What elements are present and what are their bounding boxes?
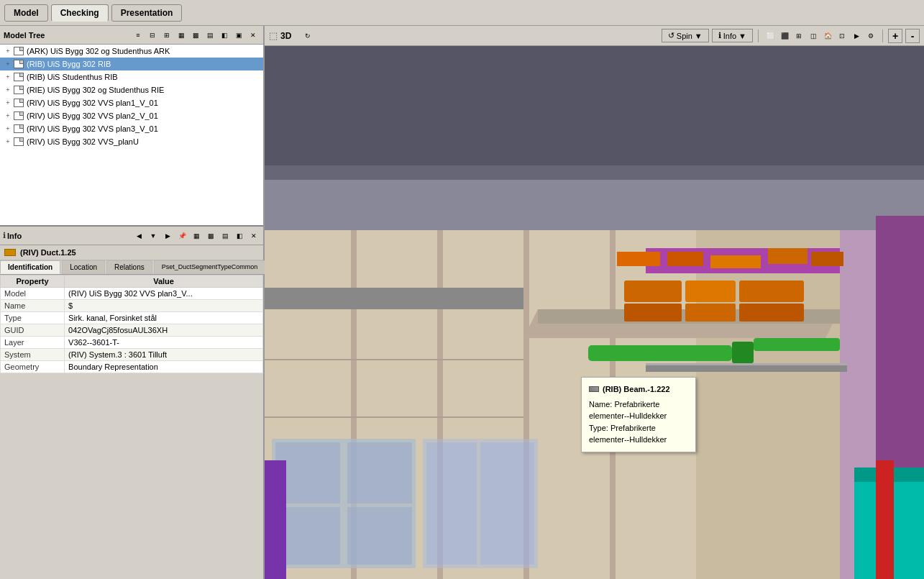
info-icon-grid1[interactable]: ▦ (190, 229, 203, 242)
view-icon-nav3[interactable]: ▶ (850, 29, 863, 42)
info-icon-pin[interactable]: 📌 (175, 229, 188, 242)
info-tabs: Identification Location Relations Pset_D… (0, 260, 263, 275)
properties-container: Property Value Model (RIV) UiS Bygg 302 … (0, 275, 263, 579)
tooltip-popup: (RIB) Beam.-1.222 Name: Prefabrikerte el… (581, 377, 696, 452)
tree-expand-icon[interactable]: + (3, 98, 13, 108)
svg-rect-23 (480, 442, 534, 565)
prop-value: V362--3601-T- (65, 337, 263, 349)
prop-value: $ (65, 300, 263, 312)
info-nav-down[interactable]: ▼ (147, 229, 160, 242)
prop-value: (RIV) System.3 : 3601 Tilluft (65, 349, 263, 361)
tree-expand-icon[interactable]: + (3, 137, 13, 147)
tab-checking[interactable]: Checking (51, 4, 109, 22)
view-icon-nav2[interactable]: ⊡ (836, 29, 848, 42)
prop-name: GUID (1, 324, 65, 337)
main-layout: Model Tree ≡ ⊟ ⊞ ▦ ▩ ▤ ◧ ▣ ✕ + (ARK (0, 26, 924, 579)
view-toolbar-icons: ⬜ ⬛ ⊞ ◫ 🏠 ⊡ ▶ ⚙ (764, 29, 877, 42)
tree-expand-icon[interactable]: + (3, 124, 13, 134)
tree-item-8[interactable]: + (RIV) UiS Bygg 302 VVS_planU (0, 135, 263, 148)
spin-button[interactable]: ↺ Spin ▼ (662, 29, 709, 42)
tree-expand-icon[interactable]: + (3, 46, 13, 56)
tab-pset[interactable]: Pset_DuctSegmentTypeCommon (154, 260, 266, 274)
svg-rect-28 (739, 281, 804, 302)
zoom-out-button[interactable]: - (905, 29, 920, 43)
table-row: Type Sirk. kanal, Forsinket stål (1, 312, 263, 324)
svg-rect-45 (876, 460, 894, 579)
tree-item-1[interactable]: + (ARK) UiS Bygg 302 og Studenthus ARK (0, 45, 263, 58)
info-icon-grid2[interactable]: ▩ (204, 229, 217, 242)
tree-expand-icon[interactable]: + (3, 85, 13, 95)
tree-expand-icon[interactable]: + (3, 72, 13, 82)
col-value: Value (65, 275, 263, 288)
tooltip-type-label: Type: (589, 424, 608, 432)
prop-value: (RIV) UiS Bygg 302 VVS plan3_V... (65, 288, 263, 300)
info-icon-resize[interactable]: ◧ (233, 229, 246, 242)
tree-doc-icon (13, 98, 24, 108)
tab-model[interactable]: Model (4, 4, 48, 22)
tree-icon-view4[interactable]: ◧ (218, 29, 231, 42)
tree-icon-close[interactable]: ✕ (247, 29, 260, 42)
tab-identification[interactable]: Identification (0, 260, 60, 274)
tree-item-6[interactable]: + (RIV) UiS Bygg 302 VVS plan2_V_01 (0, 109, 263, 122)
info-nav-back[interactable]: ◀ (132, 229, 145, 242)
tree-item-label: (RIE) UiS Bygg 302 og Studenthus RIE (27, 86, 164, 94)
info-dropdown-icon: ▼ (738, 32, 746, 40)
tree-expand-icon[interactable]: + (3, 111, 13, 121)
info-icon: ℹ (718, 31, 721, 40)
view-icon-box[interactable]: ⬜ (764, 29, 777, 42)
tree-item-4[interactable]: + (RIE) UiS Bygg 302 og Studenthus RIE (0, 83, 263, 96)
svg-rect-18 (347, 442, 412, 503)
beam-icon (589, 386, 599, 392)
tab-presentation[interactable]: Presentation (111, 4, 183, 22)
tree-icon-collapse[interactable]: ⊟ (146, 29, 159, 42)
prop-value: Sirk. kanal, Forsinket stål (65, 312, 263, 324)
view-icon-nav1[interactable]: 🏠 (821, 29, 834, 42)
model-tree-content[interactable]: + (ARK) UiS Bygg 302 og Studenthus ARK +… (0, 45, 263, 225)
tree-item-5[interactable]: + (RIV) UiS Bygg 302 VVS plan1_V_01 (0, 96, 263, 109)
prop-value: Boundary Representation (65, 361, 263, 373)
svg-rect-38 (732, 342, 754, 363)
tree-item-3[interactable]: + (RIB) UiS Studenthus RIB (0, 70, 263, 83)
view-icon-refresh[interactable]: ↻ (301, 29, 314, 42)
info-icon-close[interactable]: ✕ (247, 229, 260, 242)
svg-marker-42 (265, 288, 523, 309)
info-nav-forward[interactable]: ▶ (161, 229, 174, 242)
tree-icon-view1[interactable]: ▦ (175, 29, 188, 42)
view-icon-settings[interactable]: ⚙ (864, 29, 877, 42)
view-icon-layer[interactable]: ⊞ (792, 29, 805, 42)
info-icon-grid3[interactable]: ▤ (219, 229, 232, 242)
view-icon-toggle[interactable]: ◫ (807, 29, 820, 42)
info-button[interactable]: ℹ Info ▼ (712, 29, 753, 42)
table-row: Name $ (1, 300, 263, 312)
table-row: Geometry Boundary Representation (1, 361, 263, 373)
table-row: System (RIV) System.3 : 3601 Tilluft (1, 349, 263, 361)
viewport-3d[interactable]: (RIB) Beam.-1.222 Name: Prefabrikerte el… (265, 46, 924, 579)
tree-icon-expand[interactable]: ≡ (132, 29, 145, 42)
view-icon-3d[interactable]: ⬛ (778, 29, 791, 42)
tree-item-7[interactable]: + (RIV) UiS Bygg 302 VVS plan3_V_01 (0, 122, 263, 135)
tree-item-2[interactable]: + (RIB) UiS Bygg 302 RIB (0, 58, 263, 70)
tree-item-label: (ARK) UiS Bygg 302 og Studenthus ARK (27, 47, 170, 55)
tree-item-label: (RIV) UiS Bygg 302 VVS plan2_V_01 (27, 111, 158, 120)
tree-doc-icon (13, 46, 24, 56)
info-toolbar: ℹ Info ◀ ▼ ▶ 📌 ▦ ▩ ▤ ◧ ✕ (0, 227, 263, 245)
tree-icon-view5[interactable]: ▣ (232, 29, 245, 42)
tree-icon-view2[interactable]: ▩ (189, 29, 202, 42)
tree-icon-select[interactable]: ⊞ (160, 29, 173, 42)
tab-location[interactable]: Location (62, 260, 105, 274)
svg-rect-34 (710, 255, 761, 268)
table-row: Layer V362--3601-T- (1, 337, 263, 349)
svg-rect-31 (739, 304, 804, 322)
tree-expand-icon[interactable]: + (3, 59, 13, 69)
tab-relations[interactable]: Relations (106, 260, 152, 274)
svg-rect-22 (426, 442, 477, 565)
zoom-in-button[interactable]: + (888, 29, 902, 43)
tree-doc-icon (13, 85, 24, 95)
tooltip-type-row: Type: Prefabrikerte elementer--Hulldekke… (589, 422, 688, 446)
tooltip-title: (RIB) Beam.-1.222 (603, 383, 670, 396)
viewport-icon: ⬚ (269, 30, 278, 41)
tree-icon-view3[interactable]: ▤ (203, 29, 216, 42)
left-panel: Model Tree ≡ ⊟ ⊞ ▦ ▩ ▤ ◧ ▣ ✕ + (ARK (0, 26, 265, 579)
svg-rect-30 (685, 304, 736, 322)
svg-marker-4 (265, 180, 924, 230)
